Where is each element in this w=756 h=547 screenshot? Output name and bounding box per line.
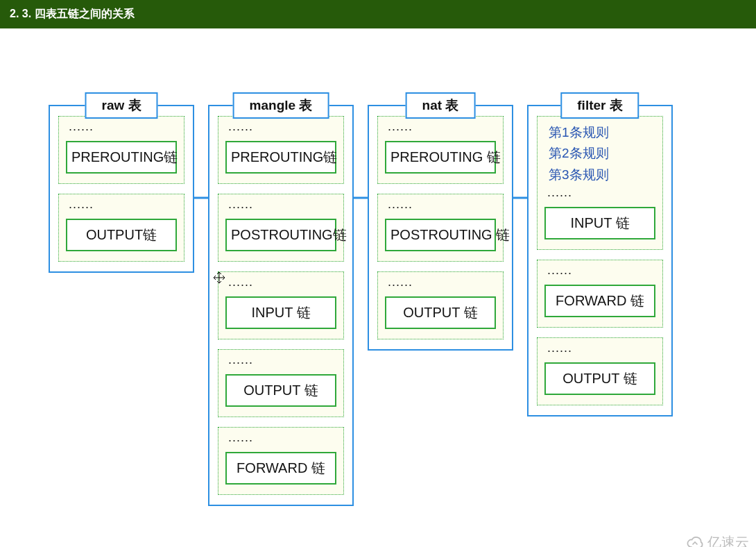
watermark: 亿速云 xyxy=(685,532,749,547)
ellipsis: ······ xyxy=(385,122,496,137)
table-mangle-slot-4: ······ FORWARD 链 xyxy=(218,427,344,495)
ellipsis: ······ xyxy=(225,122,336,137)
table-raw: raw 表 ······ PREROUTING链 ······ OUTPUT链 xyxy=(49,105,194,273)
chain-mangle-forward: FORWARD 链 xyxy=(225,452,336,485)
table-raw-slot-1: ······ OUTPUT链 xyxy=(58,194,184,262)
chain-filter-output: OUTPUT 链 xyxy=(544,362,655,395)
chain-mangle-prerouting: PREROUTING链 xyxy=(225,141,336,174)
filter-rule-2: 第2条规则 xyxy=(549,143,655,164)
chain-mangle-output: OUTPUT 链 xyxy=(225,374,336,407)
filter-rule-3: 第3条规则 xyxy=(549,165,655,185)
chain-mangle-input: INPUT 链 xyxy=(225,296,336,329)
table-mangle-slot-0: ······ PREROUTING链 xyxy=(218,116,344,184)
chain-nat-output: OUTPUT 链 xyxy=(385,296,496,329)
chain-mangle-postrouting: POSTROUTING链 xyxy=(225,219,336,251)
table-filter-slot-1: ······ FORWARD 链 xyxy=(537,260,663,328)
move-cursor-icon xyxy=(213,271,225,284)
table-raw-title: raw 表 xyxy=(85,92,157,119)
diagram-canvas: raw 表 ······ PREROUTING链 ······ OUTPUT链 … xyxy=(0,28,756,547)
table-nat: nat 表 ······ PREROUTING 链 ······ POSTROU… xyxy=(368,105,513,351)
ellipsis: ······ xyxy=(385,278,496,292)
ellipsis: ······ xyxy=(385,200,496,214)
table-nat-title: nat 表 xyxy=(406,92,476,119)
ellipsis: ······ xyxy=(544,266,655,280)
section-title: 2. 3. 四表五链之间的关系 xyxy=(10,8,135,19)
filter-rule-1: 第1条规则 xyxy=(549,122,655,143)
watermark-cloud-icon xyxy=(685,532,705,547)
chain-raw-output: OUTPUT链 xyxy=(66,219,177,251)
chain-filter-input: INPUT 链 xyxy=(544,207,655,239)
table-mangle-slot-2: ······ INPUT 链 xyxy=(218,271,344,339)
ellipsis: ······ xyxy=(225,355,336,370)
ellipsis: ······ xyxy=(544,344,655,358)
ellipsis: ······ xyxy=(225,433,336,448)
table-nat-slot-2: ······ OUTPUT 链 xyxy=(377,271,504,339)
table-filter: filter 表 第1条规则 第2条规则 第3条规则 ······ INPUT … xyxy=(527,105,673,416)
table-mangle-title: mangle 表 xyxy=(233,92,329,119)
ellipsis: ······ xyxy=(66,200,177,214)
table-mangle-slot-3: ······ OUTPUT 链 xyxy=(218,349,344,417)
filter-rules: 第1条规则 第2条规则 第3条规则 xyxy=(544,122,655,185)
table-nat-slot-0: ······ PREROUTING 链 xyxy=(377,116,504,184)
table-filter-slot-0: 第1条规则 第2条规则 第3条规则 ······ INPUT 链 xyxy=(537,116,663,250)
table-filter-slot-2: ······ OUTPUT 链 xyxy=(537,337,663,405)
watermark-text: 亿速云 xyxy=(707,533,749,548)
chain-filter-forward: FORWARD 链 xyxy=(544,285,655,317)
table-mangle: mangle 表 ······ PREROUTING链 ······ POSTR… xyxy=(208,105,354,506)
table-mangle-slot-1: ······ POSTROUTING链 xyxy=(218,194,344,262)
ellipsis: ······ xyxy=(544,188,655,203)
table-nat-slot-1: ······ POSTROUTING 链 xyxy=(377,194,504,262)
ellipsis: ······ xyxy=(225,278,336,292)
section-header: 2. 3. 四表五链之间的关系 xyxy=(0,0,756,28)
ellipsis: ······ xyxy=(225,200,336,214)
ellipsis: ······ xyxy=(66,122,177,137)
table-raw-slot-0: ······ PREROUTING链 xyxy=(58,116,184,184)
chain-nat-postrouting: POSTROUTING 链 xyxy=(385,219,496,251)
table-filter-title: filter 表 xyxy=(560,92,639,119)
chain-raw-prerouting: PREROUTING链 xyxy=(66,141,177,174)
chain-nat-prerouting: PREROUTING 链 xyxy=(385,141,496,174)
